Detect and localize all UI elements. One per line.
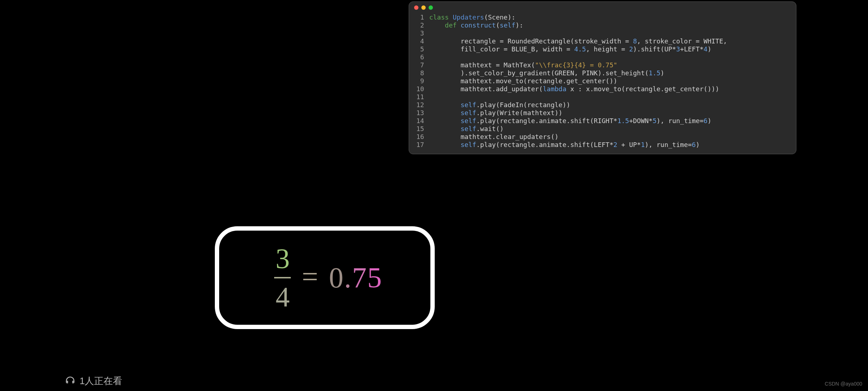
window-controls bbox=[409, 5, 796, 10]
viewer-count: 1人正在看 bbox=[65, 375, 122, 387]
headphones-icon bbox=[65, 376, 75, 386]
fraction: 3 4 bbox=[274, 242, 291, 313]
fraction-bar bbox=[274, 277, 291, 278]
close-icon[interactable] bbox=[414, 5, 418, 10]
line-numbers: 1 2 3 4 5 6 7 8 9 10 11 12 13 14 15 16 1… bbox=[409, 13, 429, 149]
code-content: class Updaters(Scene): def construct(sel… bbox=[429, 13, 727, 149]
watermark: CSDN @aya000 bbox=[825, 381, 862, 387]
code-body: 1 2 3 4 5 6 7 8 9 10 11 12 13 14 15 16 1… bbox=[409, 13, 796, 149]
formula-rectangle: 3 4 = 0.75 bbox=[215, 226, 435, 329]
fraction-denominator: 4 bbox=[276, 281, 290, 313]
equals-sign: = bbox=[302, 260, 318, 295]
decimal-value: 0.75 bbox=[329, 261, 383, 294]
minimize-icon[interactable] bbox=[421, 5, 426, 10]
fraction-numerator: 3 bbox=[276, 242, 290, 275]
viewer-count-text: 1人正在看 bbox=[80, 375, 122, 387]
maximize-icon[interactable] bbox=[429, 5, 433, 10]
code-window: 1 2 3 4 5 6 7 8 9 10 11 12 13 14 15 16 1… bbox=[409, 1, 796, 154]
